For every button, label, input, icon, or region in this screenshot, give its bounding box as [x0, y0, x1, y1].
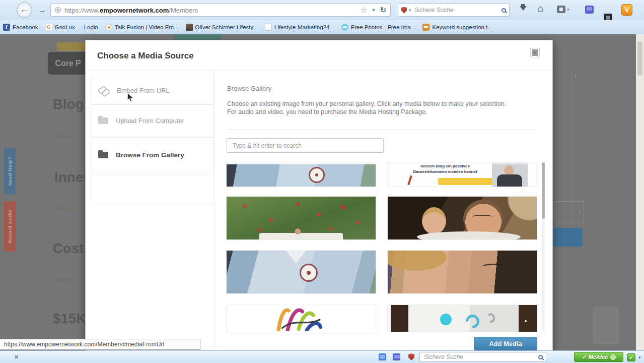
talkfusion-favicon: [105, 24, 112, 31]
dimmed-panel-box: [593, 308, 618, 344]
bookmark-label: GooLux — Login: [55, 24, 98, 30]
reload-icon[interactable]: ↻: [380, 6, 386, 15]
swirl-logo-graphic: [257, 306, 342, 331]
addon-v-icon[interactable]: V: [621, 4, 632, 16]
couple-shirts: [417, 231, 521, 239]
gallery-description: Choose an existing image from your perso…: [227, 100, 535, 116]
taskbar-blue-icon[interactable]: [393, 353, 400, 360]
gallery-thumbnail-colorful-swirl-logo[interactable]: [227, 305, 376, 332]
gallery-thumbnail-logo-banner-dark[interactable]: [388, 305, 537, 332]
record-audio-tab: Record Audio: [4, 201, 16, 252]
freephotos-favicon: [341, 24, 348, 31]
glasses: [472, 215, 492, 220]
gallery-search-input[interactable]: [232, 142, 379, 150]
banner-text-line2: Dauereinkommen erzielen kannst: [413, 169, 477, 174]
bookmark-label: Talk Fusion | Video Em...: [115, 24, 179, 30]
page-scrollbar[interactable]: [636, 34, 644, 350]
search-engine-dropdown-icon[interactable]: ▾: [409, 8, 411, 13]
gallery-thumbnail-german-blog-banner[interactable]: deinem Blog ein passives Dauereinkommen …: [388, 162, 537, 187]
gallery-description-line1: Choose an existing image from your perso…: [227, 100, 506, 107]
taskbar-search-icon[interactable]: [538, 355, 543, 359]
browser-search-input[interactable]: [413, 6, 499, 14]
section-title-15k: $15K: [53, 311, 87, 327]
sidebar-item-browse-from-gallery[interactable]: Browse From Gallery: [91, 137, 214, 172]
addon-blue-icon[interactable]: [585, 6, 594, 14]
gallery-search-box[interactable]: [227, 138, 384, 153]
url-path: /Members: [169, 7, 198, 14]
url-domain: empowernetwork.com: [100, 7, 169, 14]
forward-button[interactable]: →: [36, 5, 48, 16]
search-icon[interactable]: [502, 8, 506, 13]
add-media-button[interactable]: Add Media: [474, 337, 537, 350]
gallery-thumbnail-garden-red-flowers[interactable]: [227, 197, 376, 239]
bookmarks-menu-button[interactable]: ▾: [557, 6, 569, 13]
taskbar-green-icon[interactable]: ✓: [627, 353, 635, 361]
core-program-button: Core P: [48, 52, 88, 75]
logo-curl: [486, 312, 496, 323]
bookmark-lifestyle-marketing[interactable]: Lifestyle-Marketing24...: [265, 24, 334, 31]
back-button[interactable]: ←: [17, 2, 32, 18]
show-link: ▾ Show: [55, 205, 74, 212]
url-dropdown-icon[interactable]: ▼: [372, 8, 376, 13]
banner-text: deinem Blog ein passives Dauereinkommen …: [402, 164, 488, 174]
bookmarks-bar: f Facebook G GooLux — Login Talk Fusion …: [0, 20, 644, 34]
mcafee-shield-icon[interactable]: [401, 7, 407, 14]
gallery-divider: [227, 129, 537, 130]
sidebar-item-label: Embed From URL: [117, 87, 170, 94]
mcafee-check-glyph: ✓: [582, 354, 586, 360]
bookmark-goolux[interactable]: G GooLux — Login: [45, 24, 98, 31]
bookmark-label: Free Photos - Free Ima...: [351, 24, 415, 30]
dimmed-up-arrow: ▴: [574, 72, 577, 78]
close-icon[interactable]: ✕: [531, 48, 539, 57]
bookmark-keyword-suggestion[interactable]: Keyword suggestion t...: [422, 24, 492, 31]
gallery-description-line2: For audio and video, you need to purchas…: [227, 108, 427, 115]
bookmark-label: Lifestyle-Marketing24...: [274, 24, 334, 30]
home-icon[interactable]: ⌂: [538, 4, 543, 14]
sidebar-item-upload-from-computer[interactable]: Upload From Computer: [91, 104, 214, 137]
bookmark-facebook[interactable]: f Facebook: [3, 24, 38, 31]
taskbar-mcafee-shield-icon[interactable]: [408, 353, 414, 360]
choose-media-source-dialog: Choose a Media Source ✕ Embed From URL U…: [86, 40, 552, 350]
gallery-scrollbar[interactable]: [542, 162, 545, 332]
bookmark-label: Keyword suggestion t...: [432, 24, 492, 30]
site-identity-icon[interactable]: [55, 7, 61, 13]
bookmarks-panel-icon: [557, 6, 565, 13]
sidebar-item-label: Browse From Gallery: [116, 151, 184, 159]
url-bar[interactable]: https://www. empowernetwork.com /Members…: [50, 4, 391, 17]
blank-favicon: [265, 24, 272, 31]
page-scrollbar-thumb[interactable]: [637, 41, 642, 76]
gallery-thumbnail-couple-selfie-car[interactable]: [388, 197, 537, 239]
screen: ← → https://www. empowernetwork.com /Mem…: [0, 0, 644, 363]
addon-bar-close-icon[interactable]: ✕: [14, 354, 19, 360]
addon-bar: ✕ ✓ McAfee ✓ ▾: [0, 350, 644, 363]
url-prefix: https://www.: [64, 7, 100, 14]
taskbar-overflow-icon[interactable]: ▾: [638, 355, 641, 360]
section-title-inner: Inner: [54, 170, 89, 186]
bookmark-oliver-schirmer[interactable]: Oliver Schirmer Lifesty...: [186, 24, 258, 31]
bookmark-star-icon[interactable]: ☆: [360, 6, 367, 14]
browser-toolbar: ← → https://www. empowernetwork.com /Mem…: [0, 0, 644, 20]
taskbar-chat-icon[interactable]: [379, 353, 386, 360]
bookmark-free-photos[interactable]: Free Photos - Free Ima...: [341, 24, 415, 31]
show-link: ▾ Show: [55, 133, 74, 140]
taskbar-search-input[interactable]: [423, 353, 536, 361]
gallery-scrollbar-thumb[interactable]: [542, 162, 545, 219]
bookmark-label: Oliver Schirmer Lifesty...: [195, 24, 258, 30]
bookmark-talkfusion[interactable]: Talk Fusion | Video Em...: [105, 24, 179, 31]
dimmed-yellow-strip: [57, 42, 86, 51]
mcafee-badge[interactable]: ✓ McAfee: [574, 352, 623, 362]
gallery-thumbnail-man-blue-shirt-banner[interactable]: [227, 162, 376, 187]
logo-dot: [525, 320, 527, 322]
gallery-heading: Browse Gallery: [227, 85, 271, 92]
downloads-icon[interactable]: [520, 6, 527, 14]
gallery-thumbnail-couple-selfie-closeup[interactable]: [388, 251, 537, 293]
mcafee-badge-label: McAfee: [589, 354, 608, 360]
sidebar-item-embed-from-url[interactable]: Embed From URL: [91, 77, 214, 104]
browser-search-box[interactable]: ▾: [398, 4, 510, 17]
gallery-thumbnail-man-blue-shirt[interactable]: [227, 251, 376, 293]
banner-portrait: [492, 162, 528, 187]
bookmark-label: Facebook: [13, 24, 38, 30]
folder-icon: [98, 117, 108, 124]
taskbar-search-box[interactable]: [419, 352, 546, 362]
sidebar-item-label: Upload From Computer: [116, 117, 184, 125]
